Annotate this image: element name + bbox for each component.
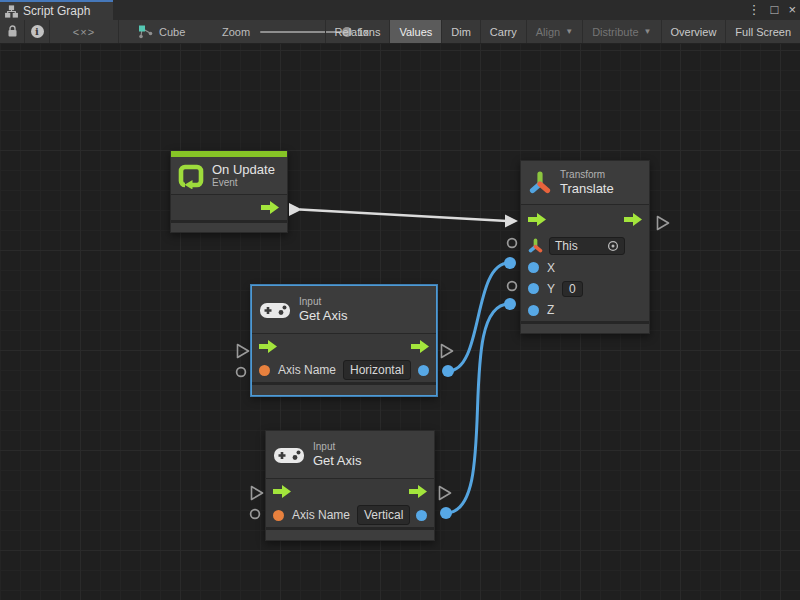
axis-port-marker[interactable] (235, 366, 247, 378)
value-port-z[interactable] (528, 305, 539, 316)
node-subtitle: Event (212, 177, 275, 189)
chevron-down-icon: ▼ (644, 27, 652, 36)
node-title: Translate (560, 181, 614, 197)
z-input-row: Z (521, 299, 649, 321)
node-footer (521, 321, 649, 333)
node-category: Input (313, 441, 361, 453)
code-preview-button[interactable]: <×> (50, 20, 119, 43)
toolbar-buttons: Relations Values Dim Carry Align ▼ Distr… (325, 20, 800, 43)
tab-bar: Script Graph ⋮ □ × (0, 0, 800, 20)
result-port[interactable] (416, 510, 427, 521)
code-icon: <×> (73, 26, 95, 38)
axis-name-field[interactable]: Vertical (357, 505, 410, 525)
this-port-marker[interactable] (506, 237, 518, 249)
node-category: Input (299, 296, 347, 308)
value-port-x[interactable] (528, 262, 539, 273)
exec-output-marker[interactable] (440, 343, 454, 359)
z-label: Z (547, 303, 554, 317)
loop-event-icon (178, 163, 204, 189)
full-screen-button[interactable]: Full Screen (725, 20, 800, 43)
carry-button[interactable]: Carry (480, 20, 526, 43)
exec-output-port[interactable] (409, 485, 427, 498)
align-dropdown[interactable]: Align ▼ (526, 20, 582, 43)
exec-output-port[interactable] (624, 213, 642, 226)
get-axis-vertical-node[interactable]: Input Get Axis Axis Name V (265, 430, 435, 541)
exec-input-port[interactable] (273, 485, 291, 498)
info-icon: i (31, 25, 44, 38)
tab-script-graph[interactable]: Script Graph (0, 0, 113, 20)
chevron-down-icon: ▼ (565, 27, 573, 36)
translate-node[interactable]: Transform Translate (520, 160, 650, 334)
close-icon[interactable]: × (788, 0, 796, 20)
axis-name-row: Axis Name Horizontal (252, 358, 436, 382)
overview-button[interactable]: Overview (661, 20, 726, 43)
get-axis-horizontal-node[interactable]: Input Get Axis Axis Name H (251, 285, 437, 396)
node-category: Transform (560, 169, 614, 181)
translate-header: Transform Translate (521, 161, 649, 204)
value-connection-horizontal-x[interactable] (442, 257, 516, 377)
x-label: X (547, 261, 555, 275)
node-footer (171, 220, 287, 232)
exec-input-port[interactable] (259, 340, 277, 353)
exec-input-marker[interactable] (236, 343, 250, 359)
value-port-y[interactable] (528, 283, 539, 294)
distribute-dropdown[interactable]: Distribute ▼ (582, 20, 660, 43)
graph-icon (138, 25, 153, 39)
result-port[interactable] (418, 365, 429, 376)
axis-name-label: Axis Name (292, 508, 350, 522)
transform-port-icon[interactable] (528, 238, 543, 254)
axis-name-label: Axis Name (278, 363, 336, 377)
script-graph-window: Script Graph ⋮ □ × i <×> (0, 0, 800, 600)
object-picker-icon[interactable] (607, 240, 619, 252)
exec-output-marker[interactable] (656, 215, 670, 231)
exec-connection-onupdate-translate[interactable] (289, 203, 518, 228)
on-update-header: On Update Event (171, 157, 287, 194)
relations-button[interactable]: Relations (325, 20, 390, 43)
axis-name-field[interactable]: Horizontal (343, 360, 411, 380)
exec-output-port[interactable] (261, 201, 279, 214)
graph-name-label: Cube (159, 26, 185, 38)
get-axis-header: Input Get Axis (252, 286, 436, 333)
maximize-icon[interactable]: □ (771, 0, 779, 20)
menu-icon[interactable]: ⋮ (748, 0, 761, 20)
on-update-node[interactable]: On Update Event (170, 150, 288, 233)
window-controls: ⋮ □ × (748, 0, 796, 20)
exec-output-row (171, 195, 287, 220)
exec-output-port[interactable] (411, 340, 429, 353)
node-footer (266, 527, 434, 540)
node-title: Get Axis (313, 453, 361, 469)
exec-input-port[interactable] (528, 213, 546, 226)
node-footer (252, 382, 436, 395)
graph-toolbar: i <×> Cube Zoom 1x Relations Values Dim (0, 20, 800, 44)
target-row: This (521, 234, 649, 257)
node-title: Get Axis (299, 308, 347, 324)
zoom-label: Zoom (222, 26, 250, 38)
gamepad-icon (273, 444, 305, 466)
this-target-field[interactable]: This (549, 237, 625, 255)
y-label: Y (547, 282, 555, 296)
values-button[interactable]: Values (389, 20, 441, 43)
tab-title: Script Graph (23, 4, 90, 18)
exec-row (521, 205, 649, 234)
exec-row (252, 334, 436, 358)
node-title: On Update (212, 162, 275, 178)
lock-button[interactable] (0, 20, 25, 43)
y-port-marker[interactable] (506, 280, 518, 292)
y-input-row: Y 0 (521, 278, 649, 299)
script-graph-icon (5, 5, 18, 18)
axis-name-port[interactable] (259, 365, 270, 376)
graph-canvas[interactable]: On Update Event (0, 44, 800, 600)
get-axis-header: Input Get Axis (266, 431, 434, 478)
axis-port-marker[interactable] (249, 508, 261, 520)
transform-icon (528, 169, 552, 197)
exec-input-marker[interactable] (250, 485, 264, 501)
exec-row (266, 479, 434, 503)
graph-breadcrumb[interactable]: Cube (138, 20, 185, 43)
axis-name-port[interactable] (273, 510, 284, 521)
gamepad-icon (259, 299, 291, 321)
info-button[interactable]: i (25, 20, 50, 43)
exec-output-marker[interactable] (438, 485, 452, 501)
axis-name-row: Axis Name Vertical (266, 503, 434, 527)
dim-button[interactable]: Dim (441, 20, 480, 43)
y-value-field[interactable]: 0 (562, 281, 583, 297)
